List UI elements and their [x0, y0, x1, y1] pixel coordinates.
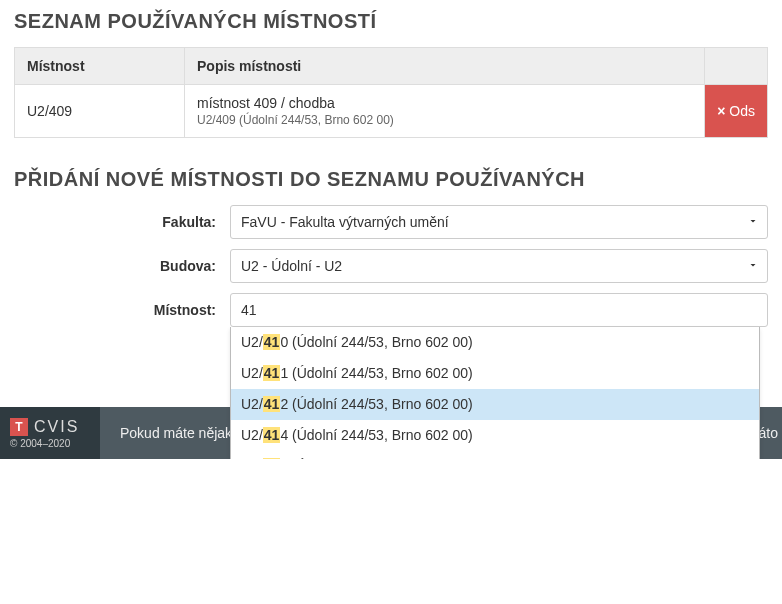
rooms-table: Místnost Popis místnosti U2/409místnost … — [14, 47, 768, 138]
fakulta-select[interactable]: FaVU - Fakulta výtvarných umění — [230, 205, 768, 239]
col-header-desc: Popis místnosti — [185, 48, 705, 85]
autocomplete-item[interactable]: U2/415 (Údolní 244/53, Brno 602 00) — [231, 451, 759, 459]
budova-select[interactable]: U2 - Údolní - U2 — [230, 249, 768, 283]
fakulta-label: Fakulta: — [14, 214, 230, 230]
remove-button[interactable]: ×Ods — [705, 85, 768, 138]
room-desc: místnost 409 / chodbaU2/409 (Údolní 244/… — [185, 85, 705, 138]
match-highlight: 41 — [263, 427, 281, 443]
autocomplete-item[interactable]: U2/411 (Údolní 244/53, Brno 602 00) — [231, 358, 759, 389]
chevron-down-icon — [747, 258, 759, 274]
col-header-action — [705, 48, 768, 85]
match-highlight: 41 — [263, 365, 281, 381]
fakulta-value: FaVU - Fakulta výtvarných umění — [241, 214, 449, 230]
budova-value: U2 - Údolní - U2 — [241, 258, 342, 274]
mistnost-label: Místnost: — [14, 302, 230, 318]
logo-box: T CVIS © 2004–2020 — [0, 407, 100, 459]
close-icon: × — [717, 103, 725, 119]
logo-text: CVIS — [34, 418, 79, 436]
table-row: U2/409místnost 409 / chodbaU2/409 (Údoln… — [15, 85, 768, 138]
match-highlight: 41 — [263, 458, 281, 459]
autocomplete-item[interactable]: U2/410 (Údolní 244/53, Brno 602 00) — [231, 327, 759, 358]
autocomplete-list: U2/410 (Údolní 244/53, Brno 602 00)U2/41… — [230, 327, 760, 459]
room-code: U2/409 — [15, 85, 185, 138]
autocomplete-item[interactable]: U2/412 (Údolní 244/53, Brno 602 00) — [231, 389, 759, 420]
add-room-title: PŘIDÁNÍ NOVÉ MÍSTNOSTI DO SEZNAMU POUŽÍV… — [14, 168, 768, 191]
budova-label: Budova: — [14, 258, 230, 274]
copyright: © 2004–2020 — [10, 438, 70, 449]
mistnost-input[interactable] — [230, 293, 768, 327]
match-highlight: 41 — [263, 396, 281, 412]
match-highlight: 41 — [263, 334, 281, 350]
remove-label: Ods — [729, 103, 755, 119]
col-header-room: Místnost — [15, 48, 185, 85]
chevron-down-icon — [747, 214, 759, 230]
rooms-list-title: SEZNAM POUŽÍVANÝCH MÍSTNOSTÍ — [14, 10, 768, 33]
autocomplete-item[interactable]: U2/414 (Údolní 244/53, Brno 602 00) — [231, 420, 759, 451]
logo-icon: T — [10, 418, 28, 436]
